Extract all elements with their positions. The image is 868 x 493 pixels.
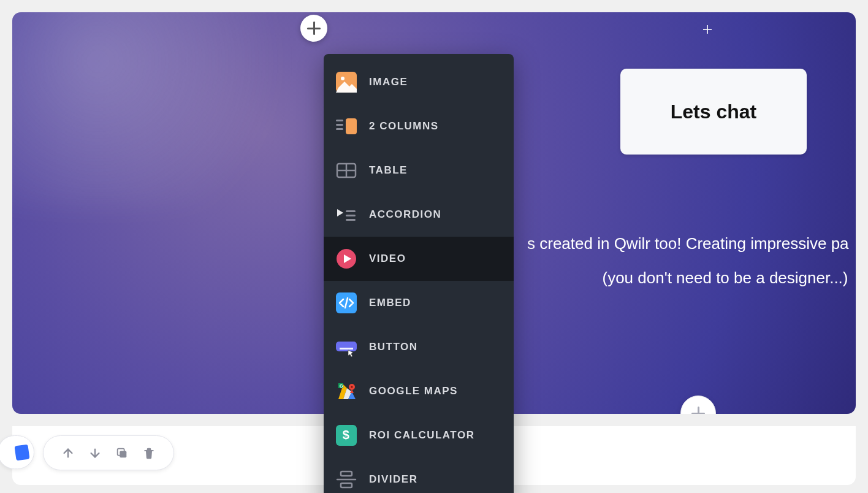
menu-item-embed[interactable]: EMBED bbox=[324, 281, 514, 325]
svg-rect-15 bbox=[346, 219, 356, 221]
menu-item-label: ROI CALCULATOR bbox=[369, 429, 474, 441]
accordion-icon bbox=[336, 204, 357, 225]
menu-item-label: DIVIDER bbox=[369, 473, 417, 486]
trash-icon bbox=[143, 447, 155, 459]
add-element-icon[interactable] bbox=[701, 23, 714, 36]
section-toolbar bbox=[43, 435, 174, 470]
svg-text:G: G bbox=[340, 384, 344, 388]
svg-rect-14 bbox=[346, 215, 356, 216]
add-section-button[interactable] bbox=[680, 396, 716, 414]
menu-item-label: IMAGE bbox=[369, 76, 408, 88]
svg-rect-13 bbox=[346, 210, 356, 212]
add-section-bottom bbox=[680, 396, 716, 414]
menu-item-label: 2 COLUMNS bbox=[369, 120, 439, 132]
button-icon bbox=[336, 337, 357, 357]
canvas-text-line-2: (you don't need to be a designer...) bbox=[595, 264, 856, 292]
menu-item-roi-calculator[interactable]: $ ROI CALCULATOR bbox=[324, 413, 514, 457]
menu-item-google-maps[interactable]: G GOOGLE MAPS bbox=[324, 369, 514, 413]
menu-item-label: EMBED bbox=[369, 297, 411, 309]
columns-icon bbox=[336, 116, 357, 137]
arrow-down-icon bbox=[88, 446, 102, 460]
menu-item-divider[interactable]: DIVIDER bbox=[324, 457, 514, 493]
lets-chat-label: Lets chat bbox=[671, 101, 756, 123]
canvas-text-block: s created in Qwilr too! Creating impress… bbox=[527, 230, 856, 292]
menu-item-label: ACCORDION bbox=[369, 208, 441, 221]
image-icon bbox=[336, 72, 357, 93]
svg-rect-7 bbox=[336, 124, 343, 126]
canvas-text-line-1: s created in Qwilr too! Creating impress… bbox=[527, 230, 856, 258]
menu-item-table[interactable]: TABLE bbox=[324, 148, 514, 193]
menu-item-label: GOOGLE MAPS bbox=[369, 385, 458, 397]
add-block-button[interactable] bbox=[300, 15, 327, 42]
embed-icon bbox=[336, 292, 357, 313]
svg-rect-8 bbox=[336, 128, 343, 130]
svg-rect-26 bbox=[341, 472, 352, 476]
arrow-up-icon bbox=[61, 446, 75, 460]
menu-item-button[interactable]: BUTTON bbox=[324, 325, 514, 369]
menu-item-columns[interactable]: 2 COLUMNS bbox=[324, 104, 514, 148]
copy-icon bbox=[115, 446, 129, 460]
move-up-button[interactable] bbox=[56, 441, 80, 465]
google-maps-icon: G bbox=[336, 381, 357, 402]
table-icon bbox=[336, 160, 357, 181]
video-icon bbox=[336, 248, 357, 269]
menu-item-label: BUTTON bbox=[369, 341, 418, 353]
section-card-icon bbox=[14, 444, 29, 461]
menu-item-accordion[interactable]: ACCORDION bbox=[324, 193, 514, 237]
svg-rect-19 bbox=[340, 348, 353, 350]
roi-icon: $ bbox=[336, 425, 357, 446]
svg-rect-2 bbox=[120, 451, 126, 457]
section-handle[interactable] bbox=[0, 435, 34, 469]
svg-point-23 bbox=[351, 386, 352, 388]
duplicate-button[interactable] bbox=[110, 441, 134, 465]
insert-block-menu: IMAGE 2 COLUMNS TABLE ACCORDION VIDEO EM… bbox=[324, 54, 514, 493]
svg-rect-18 bbox=[336, 342, 357, 351]
menu-item-image[interactable]: IMAGE bbox=[324, 60, 514, 104]
svg-rect-28 bbox=[341, 483, 352, 487]
menu-item-label: TABLE bbox=[369, 164, 408, 177]
move-down-button[interactable] bbox=[83, 441, 107, 465]
menu-item-label: VIDEO bbox=[369, 253, 406, 265]
delete-button[interactable] bbox=[137, 441, 161, 465]
svg-text:$: $ bbox=[343, 428, 351, 441]
svg-rect-6 bbox=[336, 120, 343, 121]
lets-chat-card[interactable]: Lets chat bbox=[620, 69, 807, 155]
svg-point-5 bbox=[341, 77, 345, 80]
svg-rect-9 bbox=[346, 118, 357, 134]
divider-icon bbox=[336, 469, 357, 490]
menu-item-video[interactable]: VIDEO bbox=[324, 237, 514, 281]
